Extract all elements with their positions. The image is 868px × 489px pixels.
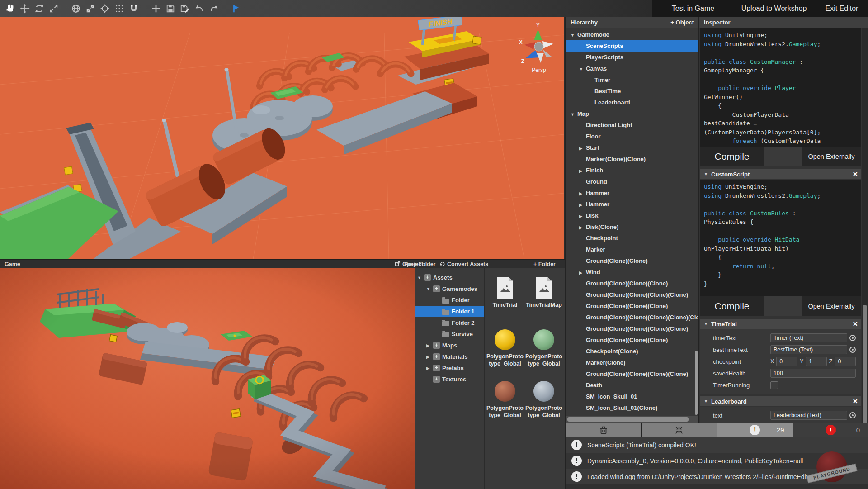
section-expand-arrow-icon[interactable]: ▼ [704, 399, 711, 404]
object-picker-icon[interactable] [849, 347, 856, 353]
expand-arrow-icon[interactable]: ▶ [579, 166, 586, 176]
hierarchy-item[interactable]: ▶Finish [566, 165, 698, 176]
convert-assets-button[interactable]: Convert Assets [439, 260, 488, 268]
hierarchy-item[interactable]: Timer [566, 74, 698, 85]
grid-tool-icon[interactable] [113, 3, 125, 14]
expand-arrow-icon[interactable]: ▶ [579, 267, 586, 278]
add-object-button[interactable]: + Object [670, 19, 694, 26]
hierarchy-item[interactable]: ▶Wind [566, 266, 698, 278]
expand-arrow-icon[interactable]: ▶ [579, 199, 586, 210]
add-folder-button[interactable]: + Folder [533, 260, 556, 268]
expand-arrow-icon[interactable]: ▶ [579, 211, 586, 221]
save-tool-icon[interactable] [165, 3, 176, 14]
hierarchy-item[interactable]: ▼Canvas [566, 63, 698, 74]
expand-arrow-icon[interactable]: ▼ [426, 287, 433, 291]
vector-component-field[interactable]: 1 [806, 357, 827, 366]
hierarchy-item[interactable]: ▶Start [566, 142, 698, 153]
console-message[interactable]: !DynamicAssembly_0, Version=0.0.0.0, Cul… [566, 453, 868, 469]
asset-item[interactable]: PolygonPrototype_Global [525, 326, 562, 376]
hierarchy-item[interactable]: ▶Hammer [566, 199, 698, 210]
hierarchy-item[interactable]: Ground(Clone)(Clone)(Clone)(Clone)(Clone… [566, 312, 698, 323]
open-externally-button-1[interactable]: Open Externally [802, 147, 861, 166]
hierarchy-item[interactable]: Ground(Clone)(Clone)(Clone) [566, 300, 698, 312]
hierarchy-item[interactable]: SM_Icon_Skull_01 [566, 391, 698, 402]
hierarchy-vertical-scrollbar[interactable] [695, 351, 698, 415]
hierarchy-item[interactable]: Checkpoint(Clone) [566, 346, 698, 357]
expand-arrow-icon[interactable]: ▼ [571, 30, 577, 40]
redo-tool-icon[interactable] [208, 3, 220, 14]
hierarchy-item[interactable]: Death [566, 380, 698, 391]
close-leaderboard-icon[interactable]: × [853, 397, 858, 405]
console-message[interactable]: !SceneScripts (TimeTrial) compiled OK! [566, 437, 868, 453]
compile-button-1[interactable]: Compile [700, 147, 764, 166]
asset-item[interactable]: PolygonPrototype_Global [486, 378, 524, 427]
project-tree-item[interactable]: Folder 2 [415, 317, 484, 328]
hierarchy-item[interactable]: ▶Disk(Clone) [566, 221, 698, 233]
project-tree-item[interactable]: Survive [415, 328, 484, 340]
expand-arrow-icon[interactable]: ▼ [571, 109, 577, 119]
project-tree-item[interactable]: ▼+Gamemodes [415, 283, 484, 294]
orbit-tool-icon[interactable] [99, 3, 111, 14]
asset-item[interactable]: TimeTrial [486, 275, 524, 324]
collapse-console-button[interactable] [642, 423, 717, 437]
hierarchy-item[interactable]: Directional Light [566, 119, 698, 131]
custom-script-editor[interactable]: using UnityEngine;using DrunkenWrestlers… [700, 180, 861, 296]
hierarchy-item[interactable]: ▼Gamemode [566, 29, 698, 40]
hierarchy-item[interactable]: BestTime [566, 85, 698, 97]
object-picker-icon[interactable] [849, 335, 856, 341]
hierarchy-item[interactable]: Ground(Clone)(Clone)(Clone)(Clone) [566, 368, 698, 380]
expand-arrow-icon[interactable]: ▼ [417, 275, 424, 280]
hierarchy-item[interactable]: PlayerScripts [566, 52, 698, 63]
add-tool-icon[interactable] [150, 3, 162, 14]
close-time-trial-icon[interactable]: × [853, 320, 858, 328]
hierarchy-item[interactable]: Floor [566, 131, 698, 142]
hierarchy-item[interactable]: Ground(Clone)(Clone)(Clone) [566, 334, 698, 346]
vector-component-field[interactable]: 0 [776, 357, 797, 366]
scene-viewport[interactable]: FINISH [0, 17, 564, 259]
text-field[interactable]: 100 [770, 369, 856, 378]
play-button[interactable] [230, 3, 242, 14]
expand-arrow-icon[interactable]: ▼ [579, 64, 586, 74]
hierarchy-item[interactable]: ▶Hammer [566, 187, 698, 199]
project-tree-item[interactable]: ▶+Materials [415, 351, 484, 362]
game-preview-panel[interactable] [0, 268, 415, 489]
hierarchy-item[interactable]: ▶Disk [566, 210, 698, 221]
expand-arrow-icon[interactable]: ▶ [579, 143, 586, 153]
manager-script-editor[interactable]: using UnityEngine;using DrunkenWrestlers… [700, 28, 861, 147]
open-externally-button-2[interactable]: Open Externally [802, 296, 861, 316]
hierarchy-item[interactable]: Ground(Clone)(Clone)(Clone) [566, 278, 698, 289]
section-expand-arrow-icon[interactable]: ▼ [704, 322, 711, 326]
custom-script-header[interactable]: ▼ CustomScript × [700, 169, 861, 179]
hierarchy-item[interactable]: SceneScripts [566, 40, 698, 52]
hierarchy-item[interactable]: Ground(Clone)(Clone)(Clone)(Clone) [566, 323, 698, 334]
hierarchy-item[interactable]: Marker(Clone) [566, 357, 698, 368]
inspector-scrollbar-thumb[interactable] [863, 305, 867, 423]
project-tree-item[interactable]: ▶+Prefabs [415, 362, 484, 374]
clear-console-button[interactable] [566, 423, 641, 437]
vector-component-field[interactable]: 0 [835, 357, 856, 366]
object-reference-field[interactable]: Leaderboard (Text) [770, 411, 847, 420]
hierarchy-item[interactable]: Ground [566, 176, 698, 187]
globe-tool-icon[interactable] [70, 3, 82, 14]
expand-arrow-icon[interactable]: ▶ [579, 222, 586, 233]
expand-arrow-icon[interactable]: ▶ [579, 188, 586, 199]
inspector-scrollbar-track[interactable] [862, 28, 868, 423]
expand-arrow-icon[interactable]: ▶ [426, 343, 433, 348]
snap-tool-icon[interactable] [85, 3, 96, 14]
project-tree-item[interactable]: ▼+Assets [415, 272, 484, 283]
project-tree-item[interactable]: +Textures [415, 374, 484, 385]
checkbox[interactable] [770, 381, 778, 389]
hierarchy-item[interactable]: Marker(Clone)(Clone) [566, 153, 698, 165]
project-tree-item[interactable]: ▶+Maps [415, 340, 484, 351]
upload-to-workshop-button[interactable]: Upload to Workshop [733, 0, 815, 17]
expand-arrow-icon[interactable]: ▶ [426, 366, 433, 370]
asset-item[interactable]: PolygonPrototype_Global [486, 326, 524, 376]
object-picker-icon[interactable] [849, 412, 856, 418]
asset-item[interactable]: PolygonPrototype_Global [525, 378, 562, 427]
close-custom-script-icon[interactable]: × [853, 170, 858, 178]
persp-label[interactable]: Persp [532, 67, 546, 73]
rotate-tool-icon[interactable] [33, 3, 45, 14]
hand-tool-icon[interactable] [5, 3, 16, 14]
info-filter-button[interactable]: ! 29 [717, 423, 793, 437]
hierarchy-horizontal-scrollbar[interactable] [566, 416, 698, 423]
